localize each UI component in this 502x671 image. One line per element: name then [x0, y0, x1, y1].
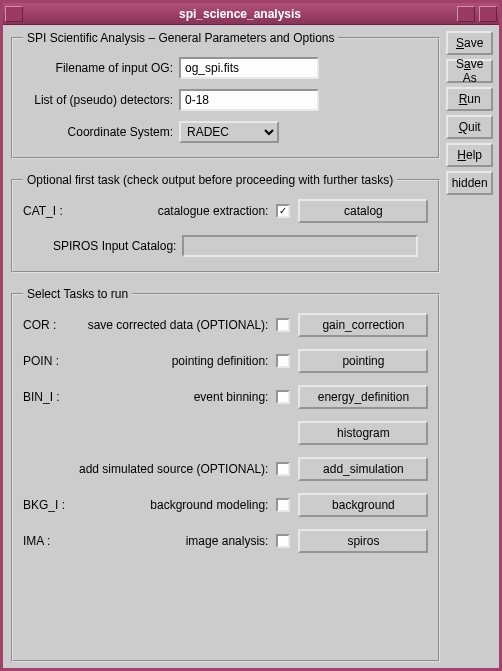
- histogram-button[interactable]: histogram: [298, 421, 428, 445]
- task-prefix: BKG_I :: [23, 498, 71, 512]
- window-menu-button[interactable]: [5, 6, 23, 22]
- content-area: SPI Scientific Analysis – General Parame…: [3, 25, 499, 668]
- task-desc: add simulated source (OPTIONAL):: [79, 462, 268, 476]
- select-tasks-legend: Select Tasks to run: [23, 287, 132, 301]
- filename-label: Filename of input OG:: [23, 61, 173, 75]
- task-desc: image analysis:: [79, 534, 268, 548]
- bkg-checkbox[interactable]: [276, 498, 290, 512]
- select-tasks-group: Select Tasks to run COR : save corrected…: [11, 287, 440, 662]
- pointing-button[interactable]: pointing: [298, 349, 428, 373]
- ima-checkbox[interactable]: [276, 534, 290, 548]
- bin-checkbox[interactable]: [276, 390, 290, 404]
- general-parameters-group: SPI Scientific Analysis – General Parame…: [11, 31, 440, 159]
- spiros-button[interactable]: spiros: [298, 529, 428, 553]
- check-icon: ✓: [279, 206, 287, 216]
- background-button[interactable]: background: [298, 493, 428, 517]
- poin-checkbox[interactable]: [276, 354, 290, 368]
- task-prefix: POIN :: [23, 354, 71, 368]
- addsim-checkbox[interactable]: [276, 462, 290, 476]
- optional-task-group: Optional first task (check output before…: [11, 173, 440, 273]
- energy-definition-button[interactable]: energy_definition: [298, 385, 428, 409]
- quit-button[interactable]: Quit: [446, 115, 493, 139]
- task-desc: event binning:: [79, 390, 268, 404]
- cat-checkbox[interactable]: ✓: [276, 204, 290, 218]
- task-prefix: COR :: [23, 318, 71, 332]
- help-button[interactable]: Help: [446, 143, 493, 167]
- spiros-label: SPIROS Input Catalog:: [53, 239, 176, 253]
- save-as-button[interactable]: Save As: [446, 59, 493, 83]
- minimize-button[interactable]: [457, 6, 475, 22]
- titlebar: spi_science_analysis: [3, 3, 499, 25]
- hidden-button[interactable]: hidden: [446, 171, 493, 195]
- task-desc: background modeling:: [79, 498, 268, 512]
- spiros-input-field[interactable]: [182, 235, 418, 257]
- general-parameters-legend: SPI Scientific Analysis – General Parame…: [23, 31, 338, 45]
- filename-input[interactable]: [179, 57, 319, 79]
- task-desc: pointing definition:: [79, 354, 268, 368]
- cat-desc: catalogue extraction:: [79, 204, 268, 218]
- task-prefix: BIN_I :: [23, 390, 71, 404]
- coord-select[interactable]: RADEC: [179, 121, 279, 143]
- task-prefix: IMA :: [23, 534, 71, 548]
- cor-checkbox[interactable]: [276, 318, 290, 332]
- window-title: spi_science_analysis: [25, 7, 455, 21]
- side-button-column: Save Save As Run Quit Help hidden: [446, 31, 493, 662]
- maximize-button[interactable]: [479, 6, 497, 22]
- add-simulation-button[interactable]: add_simulation: [298, 457, 428, 481]
- cat-prefix: CAT_I :: [23, 204, 71, 218]
- app-window: spi_science_analysis SPI Scientific Anal…: [0, 0, 502, 671]
- detectors-label: List of (pseudo) detectors:: [23, 93, 173, 107]
- task-desc: save corrected data (OPTIONAL):: [79, 318, 268, 332]
- save-button[interactable]: Save: [446, 31, 493, 55]
- run-button[interactable]: Run: [446, 87, 493, 111]
- catalog-button[interactable]: catalog: [298, 199, 428, 223]
- coord-label: Coordinate System:: [23, 125, 173, 139]
- optional-task-legend: Optional first task (check output before…: [23, 173, 397, 187]
- detectors-input[interactable]: [179, 89, 319, 111]
- gain-correction-button[interactable]: gain_correction: [298, 313, 428, 337]
- main-column: SPI Scientific Analysis – General Parame…: [11, 31, 440, 662]
